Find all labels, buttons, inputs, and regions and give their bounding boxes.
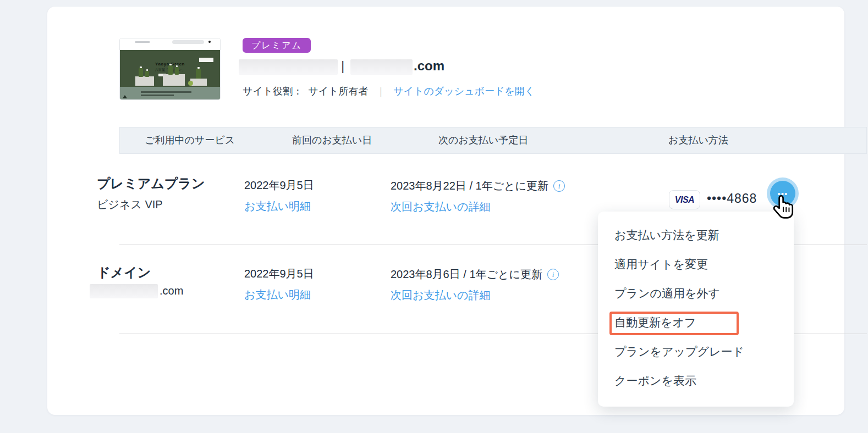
pointer-hand-cursor <box>772 193 795 224</box>
last-payment-date-row2: 2022年9月5日 <box>244 267 314 281</box>
menu-item-change-assigned-site[interactable]: 適用サイトを変更 <box>598 249 794 279</box>
service-sub-premium: ビジネス VIP <box>97 197 163 212</box>
next-payment-row2: 2023年8月6日 / 1年ごとに更新 i <box>391 267 559 282</box>
next-payment-row1: 2023年8月22日 / 1年ごとに更新 i <box>391 179 565 193</box>
thumb-cart-dot <box>208 41 211 43</box>
domain-suffix-row2: .com <box>160 285 183 297</box>
info-icon-row2[interactable]: i <box>547 269 559 280</box>
actions-context-menu: お支払い方法を更新 適用サイトを変更 プランの適用を外す 自動更新をオフ プラン… <box>598 212 794 407</box>
table-header: ご利用中のサービス 前回のお支払い日 次のお支払い予定日 お支払い方法 <box>119 127 867 154</box>
premium-badge: プレミアム <box>243 38 311 53</box>
site-thumbnail: Yaoya Green 八百屋「グリーン」 <box>119 38 221 100</box>
last-payment-date-row1: 2022年9月5日 <box>244 178 314 193</box>
service-name-domain: ドメイン <box>97 264 151 281</box>
next-payment-text-row2: 2023年8月6日 / 1年ごとに更新 <box>391 267 542 282</box>
next-payment-text-row1: 2023年8月22日 / 1年ごとに更新 <box>391 179 548 193</box>
service-name-premium: プレミアムプラン <box>97 175 205 192</box>
thumb-logo-bar <box>135 41 150 43</box>
visa-card-badge: VISA <box>669 190 700 209</box>
domain-suffix: .com <box>414 58 444 74</box>
col-header-services: ご利用中のサービス <box>145 127 235 153</box>
thumb-search-pill <box>172 40 204 44</box>
payment-details-link-row2[interactable]: お支払い明細 <box>244 287 311 302</box>
next-payment-details-link-row2[interactable]: 次回お支払いの詳細 <box>391 288 490 303</box>
redacted-domain-row2 <box>90 284 158 298</box>
thumb-hero: Yaoya Green 八百屋「グリーン」 <box>120 50 220 87</box>
thumb-nav-bar <box>120 46 220 50</box>
col-header-payment-method: お支払い方法 <box>668 127 728 153</box>
col-header-next-payment: 次のお支払い予定日 <box>438 127 528 153</box>
menu-item-turn-off-auto-renew[interactable]: 自動更新をオフ <box>598 308 794 337</box>
menu-item-update-payment-method[interactable]: お支払い方法を更新 <box>598 220 794 249</box>
billing-page: Yaoya Green 八百屋「グリーン」 <box>0 0 868 433</box>
col-header-last-payment: 前回のお支払い日 <box>292 127 372 153</box>
role-separator: ｜ <box>376 85 386 98</box>
thumb-footer-logo <box>123 95 127 98</box>
site-role-row: サイト役割： サイト所有者 ｜ サイトのダッシュボードを開く <box>243 85 535 98</box>
open-dashboard-link[interactable]: サイトのダッシュボードを開く <box>393 85 535 98</box>
title-separator: | <box>341 58 344 74</box>
card-number-masked: ••••4868 <box>707 191 757 206</box>
thumb-footer-band <box>120 87 220 100</box>
redacted-site-name <box>239 59 338 75</box>
menu-item-show-coupon[interactable]: クーポンを表示 <box>598 366 794 395</box>
site-role-label: サイト役割： <box>243 85 303 98</box>
site-role-value: サイト所有者 <box>308 85 368 98</box>
payment-details-link-row1[interactable]: お支払い明細 <box>244 199 311 214</box>
visa-logo: VISA <box>675 195 694 205</box>
menu-item-upgrade-plan[interactable]: プランをアップグレード <box>598 337 794 366</box>
menu-item-unassign-plan[interactable]: プランの適用を外す <box>598 279 794 308</box>
next-payment-details-link-row1[interactable]: 次回お支払いの詳細 <box>391 199 490 214</box>
thumb-browser-bar <box>120 38 220 46</box>
info-icon-row1[interactable]: i <box>553 180 565 192</box>
redacted-domain-name <box>350 59 413 75</box>
